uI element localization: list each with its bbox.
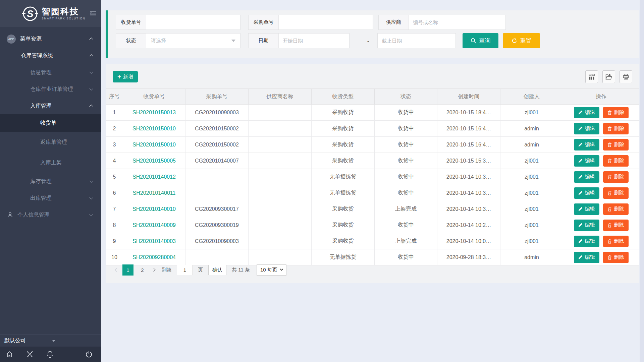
pencil-icon [578,239,583,243]
receipt-no-cell: SH202010150005 [123,153,185,169]
delete-button-label: 删除 [614,158,624,164]
delete-button[interactable]: 删除 [603,236,629,247]
scrollbar[interactable] [640,0,644,362]
status-select[interactable]: 请选择 [146,34,240,48]
sidebar-item-出库管理[interactable]: 出库管理 [0,190,101,206]
delete-button-label: 删除 [614,190,624,196]
edit-button[interactable]: 编辑 [574,252,599,263]
home-icon[interactable] [6,351,13,358]
edit-button[interactable]: 编辑 [574,123,599,134]
delete-button-label: 删除 [614,141,624,148]
edit-button[interactable]: 编辑 [574,155,599,167]
edit-button[interactable]: 编辑 [574,220,599,231]
sidebar-menu: APP菜单资源仓库管理系统信息管理仓库作业订单管理入库管理收货单返库单管理入库上… [0,27,101,335]
delete-button[interactable]: 删除 [603,171,629,183]
receipt-no-link[interactable]: SH202009280004 [132,254,176,260]
filter-row-1: 收货单号 采购单号 供应商 [116,15,639,30]
add-button[interactable]: + 新增 [113,71,138,82]
edit-button[interactable]: 编辑 [574,171,599,183]
company-selector[interactable]: 默认公司 [0,335,101,347]
receipt-no-link[interactable]: SH202010140003 [132,238,176,244]
receipt-no-link[interactable]: SH202010140010 [132,206,176,212]
delete-button[interactable]: 删除 [603,139,629,150]
receipt-type-cell: 采购收货 [312,233,375,249]
delete-button[interactable]: 删除 [603,187,629,199]
goto-page-input[interactable] [177,265,193,275]
receipts-table: 序号 收货单号 采购单号 供应商名称 收货类型 状态 创建时间 创建人 操作 1… [106,88,639,265]
sidebar-item-仓库作业订单管理[interactable]: 仓库作业订单管理 [0,81,101,98]
purchase-no-input[interactable] [279,15,373,29]
delete-button[interactable]: 删除 [603,252,629,263]
next-page-button[interactable] [150,268,158,271]
supplier-cell [249,105,312,121]
tools-icon[interactable] [26,351,34,358]
actions-cell: 编辑删除 [563,121,639,137]
prev-page-button[interactable] [113,268,121,271]
date-start-input[interactable] [279,34,349,48]
table-header-row: 序号 收货单号 采购单号 供应商名称 收货类型 状态 创建时间 创建人 操作 [106,89,639,105]
columns-button[interactable] [585,70,598,83]
sidebar-item-个人信息管理[interactable]: 个人信息管理 [0,206,101,223]
chevron-down-icon [89,70,93,74]
receipt-no-input[interactable] [146,15,240,29]
edit-button[interactable]: 编辑 [574,139,599,150]
delete-button[interactable]: 删除 [603,155,629,167]
delete-button[interactable]: 删除 [603,107,629,118]
edit-button[interactable]: 编辑 [574,236,599,247]
col-header-creator: 创建人 [500,89,563,105]
receipt-no-link[interactable]: SH202010150010 [132,142,176,147]
table-toolbar: + 新增 [106,70,639,83]
search-button[interactable]: 查询 [463,33,498,48]
sidebar-item-label: 库存管理 [30,178,52,185]
sidebar-item-仓库管理系统[interactable]: 仓库管理系统 [0,47,101,64]
sidebar-item-信息管理[interactable]: 信息管理 [0,64,101,81]
page-size-select[interactable]: 10 每页 [257,264,286,276]
sidebar-item-label: 返库单管理 [40,139,67,146]
sidebar-item-入库管理[interactable]: 入库管理 [0,98,101,114]
print-button[interactable] [620,70,632,83]
export-icon [605,74,612,80]
supplier-input[interactable] [409,15,505,29]
receipt-no-link[interactable]: SH202010140009 [132,222,176,228]
receipt-no-link[interactable]: SH202010150005 [132,158,176,164]
receipt-no-link[interactable]: SH202010150013 [132,110,176,115]
edit-button[interactable]: 编辑 [574,107,599,118]
chevron-down-icon [280,267,283,270]
delete-button[interactable]: 删除 [603,220,629,231]
sidebar-item-库存管理[interactable]: 库存管理 [0,173,101,190]
sidebar-item-入库上架[interactable]: 入库上架 [0,153,101,173]
creator-cell: zjl001 [500,201,563,217]
svg-text:S: S [27,8,34,19]
date-end-input[interactable] [377,33,456,48]
receipt-no-link[interactable]: SH202010150010 [132,126,176,131]
status-select-value: 请选择 [151,38,166,44]
page-button-1[interactable]: 1 [122,264,133,276]
pencil-icon [578,126,583,131]
sidebar-item-收货单[interactable]: 收货单 [0,114,101,132]
date-field: 日期 [248,33,350,48]
sidebar-item-返库单管理[interactable]: 返库单管理 [0,132,101,153]
table-row: 2SH202010150010CG202010150002采购收货收货中2020… [106,121,639,137]
delete-button[interactable]: 删除 [603,123,629,134]
table-body: 1SH202010150013CG202010090003采购收货收货中2020… [106,105,639,265]
bell-icon[interactable] [47,351,53,358]
export-button[interactable] [602,70,615,83]
receipt-no-link[interactable]: SH202010140011 [133,190,176,196]
receipt-no-label: 收货单号 [116,15,146,29]
reset-button[interactable]: 重置 [503,33,540,48]
sidebar-item-菜单资源[interactable]: APP菜单资源 [0,31,101,47]
page-button-2[interactable]: 2 [137,264,148,276]
edit-button[interactable]: 编辑 [574,203,599,215]
trash-icon [607,223,612,228]
status-label: 状态 [116,34,146,48]
confirm-page-button[interactable]: 确认 [208,265,226,275]
receipt-no-link[interactable]: SH202010140012 [132,174,176,180]
table-row: 7SH202010140010CG202009300017采购收货上架完成202… [106,201,639,217]
actions-cell: 编辑删除 [563,105,639,121]
delete-button[interactable]: 删除 [603,203,629,215]
power-icon[interactable] [85,351,93,358]
trash-icon [607,126,612,131]
edit-button[interactable]: 编辑 [574,187,599,199]
sidebar-toggle-icon[interactable] [90,11,96,17]
chevron-up-icon [89,54,93,58]
